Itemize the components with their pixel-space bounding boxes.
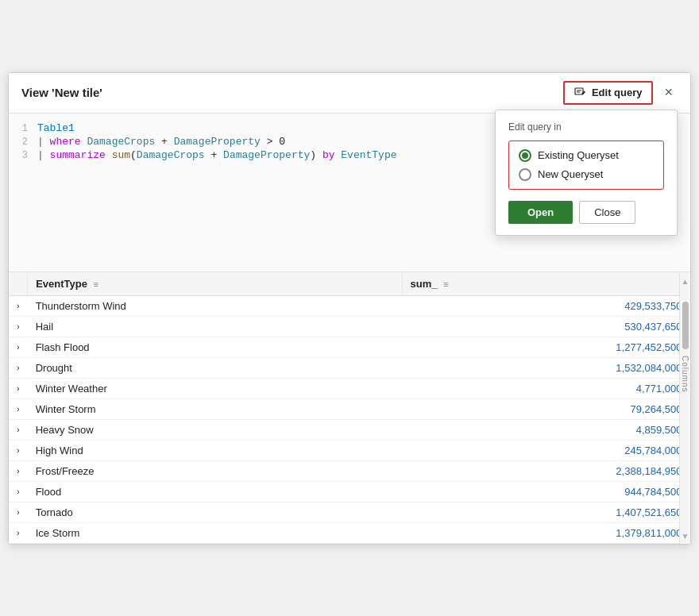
table-scrollbar[interactable]: ▲ Columns ▼ — [679, 272, 690, 544]
expand-icon[interactable]: › — [9, 398, 28, 419]
sort-icon-event-type: ≡ — [94, 279, 98, 289]
option-new-queryset[interactable]: New Queryset — [519, 168, 654, 181]
table-row: › Ice Storm 1,379,811,000 — [9, 522, 690, 543]
expand-icon[interactable]: › — [9, 316, 28, 337]
scroll-up-arrow[interactable]: ▲ — [682, 277, 689, 286]
cell-sum: 1,379,811,000 — [402, 522, 689, 543]
table-row: › Thunderstorm Wind 429,533,750 — [9, 295, 690, 316]
title-bar: View 'New tile' Edit query × Edit query … — [9, 73, 690, 114]
token-plus-2: + — [205, 149, 223, 161]
cell-sum: 944,784,500 — [402, 481, 689, 502]
cell-event-type: Flood — [28, 481, 402, 502]
table-row: › Hail 530,437,650 — [9, 316, 690, 337]
table-row: › Frost/Freeze 2,388,184,950 — [9, 460, 690, 481]
cell-sum: 1,277,452,500 — [402, 337, 689, 357]
option-existing-queryset[interactable]: Existing Queryset — [519, 149, 654, 162]
cell-event-type: Ice Storm — [28, 522, 402, 543]
token-plus-1: + — [155, 136, 173, 148]
expand-icon[interactable]: › — [9, 419, 28, 440]
edit-query-label: Edit query — [592, 87, 643, 98]
table-row: › Drought 1,532,084,000 — [9, 357, 690, 378]
th-expand — [9, 272, 28, 296]
code-content-3: | summarize sum(DamageCrops + DamageProp… — [37, 149, 397, 161]
cell-event-type: Tornado — [28, 502, 402, 522]
sort-icon-sum: ≡ — [443, 279, 448, 289]
token-table: Table1 — [37, 122, 75, 134]
th-event-type[interactable]: EventType ≡ — [28, 272, 402, 296]
expand-icon[interactable]: › — [9, 440, 28, 460]
table-body: › Thunderstorm Wind 429,533,750 › Hail 5… — [9, 295, 690, 543]
code-content-1: Table1 — [37, 122, 75, 134]
radio-new-icon — [519, 168, 531, 181]
cell-sum: 1,532,084,000 — [402, 357, 689, 378]
cell-sum: 4,771,000 — [402, 378, 689, 398]
cell-event-type: Flash Flood — [28, 337, 402, 357]
option-new-label: New Queryset — [538, 168, 603, 180]
token-paren-close: ) — [310, 149, 322, 161]
cell-event-type: Winter Storm — [28, 398, 402, 419]
popup-buttons: Open Close — [508, 201, 664, 224]
table-row: › Heavy Snow 4,859,500 — [9, 419, 690, 440]
cell-event-type: Drought — [28, 357, 402, 378]
line-num-3: 3 — [9, 150, 37, 161]
token-dp1: DamageProperty — [174, 136, 261, 148]
token-by: by — [322, 149, 341, 161]
token-where: where — [50, 136, 87, 148]
token-gt: > 0 — [261, 136, 285, 148]
cell-sum: 245,784,000 — [402, 440, 689, 460]
expand-icon[interactable]: › — [9, 481, 28, 502]
window-title: View 'New tile' — [21, 86, 102, 99]
cell-event-type: Frost/Freeze — [28, 460, 402, 481]
expand-icon[interactable]: › — [9, 295, 28, 316]
results-section: EventType ≡ sum_ ≡ › Thunderstorm Wind 4… — [9, 272, 690, 544]
expand-icon[interactable]: › — [9, 460, 28, 481]
expand-icon[interactable]: › — [9, 337, 28, 357]
cell-event-type: Heavy Snow — [28, 419, 402, 440]
cell-sum: 429,533,750 — [402, 295, 689, 316]
title-actions: Edit query × Edit query in Existing Quer… — [563, 81, 678, 105]
token-dc2: DamageCrops — [137, 149, 205, 161]
token-dp2: DamageProperty — [223, 149, 310, 161]
token-sum: sum — [112, 149, 130, 161]
expand-icon[interactable]: › — [9, 522, 28, 543]
table-wrapper: EventType ≡ sum_ ≡ › Thunderstorm Wind 4… — [9, 272, 690, 544]
expand-icon[interactable]: › — [9, 357, 28, 378]
table-row: › Flood 944,784,500 — [9, 481, 690, 502]
token-pipe-2: | — [37, 136, 50, 148]
token-eventtype: EventType — [341, 149, 396, 161]
radio-existing-icon — [519, 149, 531, 162]
columns-sidebar-label[interactable]: Columns — [681, 356, 689, 392]
cell-sum: 4,859,500 — [402, 419, 689, 440]
main-window: View 'New tile' Edit query × Edit query … — [8, 72, 691, 545]
cell-event-type: Thunderstorm Wind — [28, 295, 402, 316]
scrollbar-thumb[interactable] — [682, 302, 689, 349]
edit-query-icon — [574, 87, 587, 99]
token-pipe-3: | — [37, 149, 50, 161]
line-num-2: 2 — [9, 137, 37, 148]
popup-close-button[interactable]: Close — [579, 201, 635, 224]
th-sum[interactable]: sum_ ≡ — [402, 272, 689, 296]
expand-icon[interactable]: › — [9, 502, 28, 522]
edit-query-button[interactable]: Edit query — [563, 81, 654, 105]
cell-event-type: Hail — [28, 316, 402, 337]
table-header: EventType ≡ sum_ ≡ — [9, 272, 690, 296]
popup-label: Edit query in — [508, 121, 664, 133]
results-table: EventType ≡ sum_ ≡ › Thunderstorm Wind 4… — [9, 272, 690, 544]
table-row: › Winter Storm 79,264,500 — [9, 398, 690, 419]
edit-query-popup: Edit query in Existing Queryset New Quer… — [495, 110, 678, 236]
table-row: › High Wind 245,784,000 — [9, 440, 690, 460]
expand-icon[interactable]: › — [9, 378, 28, 398]
cell-sum: 79,264,500 — [402, 398, 689, 419]
table-row: › Winter Weather 4,771,000 — [9, 378, 690, 398]
table-row: › Tornado 1,407,521,650 — [9, 502, 690, 522]
cell-event-type: High Wind — [28, 440, 402, 460]
scroll-down-arrow[interactable]: ▼ — [682, 532, 689, 541]
cell-sum: 1,407,521,650 — [402, 502, 689, 522]
cell-sum: 2,388,184,950 — [402, 460, 689, 481]
token-summarize: summarize — [50, 149, 112, 161]
cell-event-type: Winter Weather — [28, 378, 402, 398]
code-content-2: | where DamageCrops + DamageProperty > 0 — [37, 136, 285, 148]
window-close-button[interactable]: × — [659, 83, 678, 102]
token-dc1: DamageCrops — [87, 136, 155, 148]
open-button[interactable]: Open — [508, 201, 573, 224]
